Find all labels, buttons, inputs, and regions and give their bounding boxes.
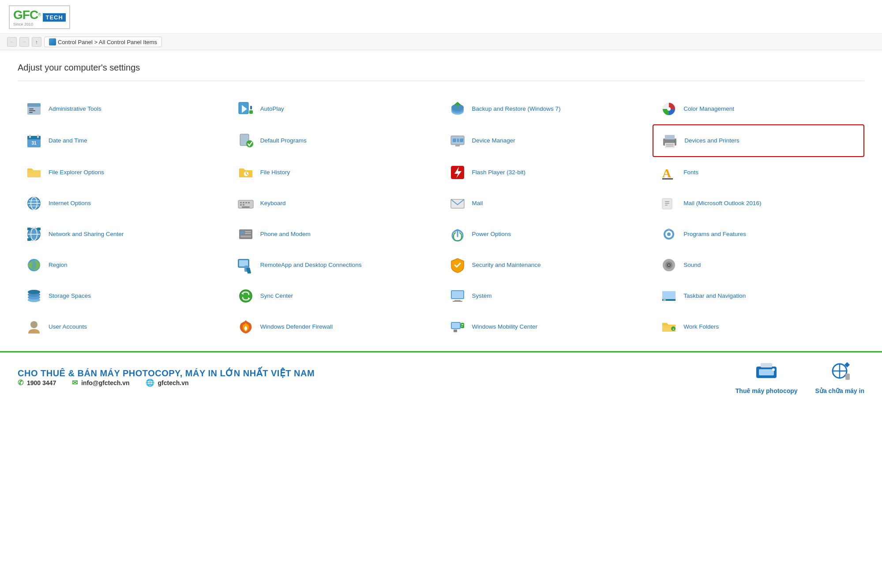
svg-rect-47: [240, 202, 242, 203]
svg-rect-51: [240, 204, 242, 206]
logo-bar: GFC® Since 2010 TECH: [0, 0, 882, 34]
cp-item-storage-spaces[interactable]: Storage Spaces: [18, 281, 229, 311]
svg-rect-56: [665, 201, 669, 202]
repair-icon: [828, 360, 852, 386]
sound-icon: [660, 256, 678, 274]
taskbar-icon: [660, 287, 678, 305]
fileexp-icon: [25, 163, 43, 182]
cp-item-mail-outlook[interactable]: Mail (Microsoft Outlook 2016): [653, 188, 864, 219]
cp-item-label-security: Security and Maintenance: [472, 261, 541, 269]
cp-item-keyboard[interactable]: Keyboard: [229, 188, 441, 219]
up-button[interactable]: ↑: [32, 37, 41, 47]
cp-item-label-power-options: Power Options: [472, 230, 511, 238]
svg-text:+: +: [672, 327, 675, 331]
svg-rect-65: [239, 229, 252, 239]
remote-icon: [236, 256, 255, 274]
logo-since: Since 2010: [13, 22, 41, 26]
svg-rect-34: [666, 146, 674, 146]
workfolders-icon: +: [660, 318, 678, 336]
cp-item-network-sharing[interactable]: Network and Sharing Center: [18, 219, 229, 250]
cp-item-label-default-programs: Default Programs: [260, 137, 307, 145]
mobility-icon: [448, 318, 467, 336]
cp-item-windows-mobility[interactable]: Windows Mobility Center: [441, 311, 653, 342]
cp-item-label-autoplay: AutoPlay: [260, 105, 284, 113]
svg-rect-52: [243, 204, 244, 206]
cp-item-programs-features[interactable]: Programs and Features: [653, 219, 864, 250]
cp-item-label-device-manager: Device Manager: [472, 137, 515, 145]
storage-icon: [25, 287, 43, 305]
svg-rect-2: [29, 109, 34, 109]
svg-rect-49: [245, 202, 247, 203]
system-icon: [448, 287, 467, 305]
cp-item-region[interactable]: Region: [18, 250, 229, 281]
cp-item-backup-restore[interactable]: Backup and Restore (Windows 7): [441, 94, 653, 124]
cp-item-label-fonts: Fonts: [683, 169, 698, 176]
cp-item-admin-tools[interactable]: Administrative Tools: [18, 94, 229, 124]
footer-email: ✉ info@gfctech.vn: [72, 378, 129, 387]
sync-icon: [236, 287, 255, 305]
cp-item-date-time[interactable]: 31Date and Time: [18, 124, 229, 157]
cp-item-sound[interactable]: Sound: [653, 250, 864, 281]
cp-item-remoteapp[interactable]: RemoteApp and Desktop Connections: [229, 250, 441, 281]
cp-item-autoplay[interactable]: AutoPlay: [229, 94, 441, 124]
cp-item-label-internet-options: Internet Options: [49, 199, 91, 207]
default-icon: [236, 131, 255, 150]
svg-rect-28: [460, 139, 463, 142]
svg-rect-69: [240, 236, 251, 237]
cp-item-label-file-explorer: File Explorer Options: [49, 169, 104, 176]
cp-item-power-options[interactable]: Power Options: [441, 219, 653, 250]
cp-item-device-manager[interactable]: Device Manager: [441, 124, 653, 157]
cp-item-label-date-time: Date and Time: [49, 137, 87, 145]
svg-rect-57: [665, 203, 669, 204]
cp-item-security[interactable]: Security and Maintenance: [441, 250, 653, 281]
svg-rect-62: [27, 228, 31, 230]
cp-item-flash-player[interactable]: Flash Player (32-bit): [441, 157, 653, 188]
svg-point-77: [32, 261, 36, 270]
cp-item-windows-firewall[interactable]: Windows Defender Firewall: [229, 311, 441, 342]
svg-rect-27: [457, 139, 459, 142]
svg-rect-68: [245, 233, 251, 234]
cp-item-work-folders[interactable]: +Work Folders: [653, 311, 864, 342]
globe-icon: 🌐: [146, 378, 154, 387]
footer-phone: ✆ 1900 3447: [18, 378, 56, 387]
svg-rect-103: [452, 323, 460, 328]
cp-item-default-programs[interactable]: Default Programs: [229, 124, 441, 157]
cp-item-system[interactable]: System: [441, 281, 653, 311]
forward-button[interactable]: →: [19, 37, 29, 47]
svg-rect-63: [37, 228, 41, 230]
cp-item-color-mgmt[interactable]: Color Management: [653, 94, 864, 124]
cp-item-label-region: Region: [49, 261, 68, 269]
cp-item-mail[interactable]: Mail: [441, 188, 653, 219]
datetime-icon: 31: [25, 131, 43, 150]
footer-main-text: CHO THUÊ & BÁN MÁY PHOTOCOPY, MÁY IN LỚN…: [18, 368, 315, 378]
svg-rect-9: [250, 106, 252, 109]
flash-icon: [448, 163, 467, 182]
admin-icon: [25, 100, 43, 118]
svg-rect-18: [29, 135, 31, 138]
cp-item-file-explorer[interactable]: File Explorer Options: [18, 157, 229, 188]
cp-item-sync-center[interactable]: Sync Center: [229, 281, 441, 311]
cp-item-internet-options[interactable]: Internet Options: [18, 188, 229, 219]
printer-icon: [661, 131, 679, 150]
cp-item-file-history[interactable]: File History: [229, 157, 441, 188]
cp-item-devices-printers[interactable]: Devices and Printers: [653, 124, 864, 157]
cp-item-label-color-mgmt: Color Management: [683, 105, 734, 113]
svg-rect-33: [666, 144, 674, 145]
phone-icon: [236, 225, 255, 243]
cp-item-user-accounts[interactable]: User Accounts: [18, 311, 229, 342]
cp-item-taskbar[interactable]: Taskbar and Navigation: [653, 281, 864, 311]
logo-gfc-text: GFC® Since 2010: [13, 8, 41, 26]
cp-item-fonts[interactable]: AFonts: [653, 157, 864, 188]
back-button[interactable]: ←: [7, 37, 17, 47]
divider: [18, 81, 864, 81]
svg-rect-100: [663, 300, 666, 300]
cp-item-label-work-folders: Work Folders: [683, 323, 719, 331]
svg-point-74: [667, 232, 671, 236]
cp-item-label-admin-tools: Administrative Tools: [49, 105, 101, 113]
color-icon: [660, 100, 678, 118]
svg-text:A: A: [662, 166, 672, 180]
svg-rect-111: [759, 369, 774, 375]
mailoutlook-icon: [660, 194, 678, 213]
cp-item-phone-modem[interactable]: Phone and Modem: [229, 219, 441, 250]
cp-item-label-keyboard: Keyboard: [260, 199, 286, 207]
